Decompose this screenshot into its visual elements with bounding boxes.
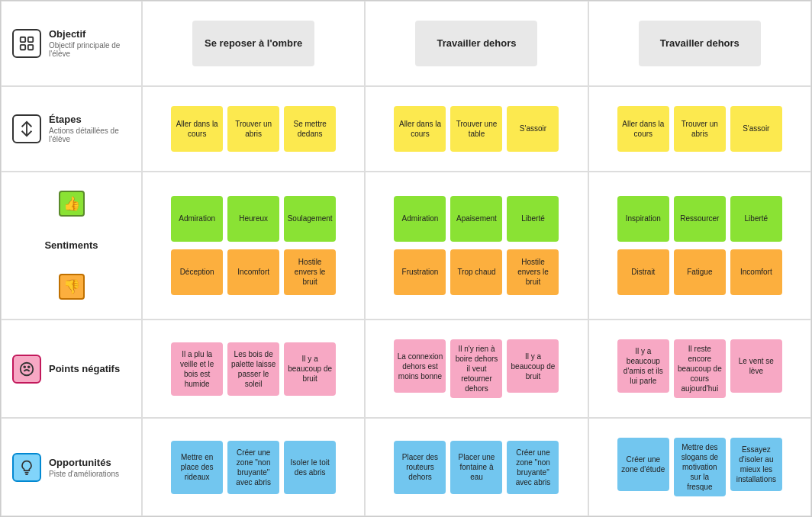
points-negatifs-col2-notes: La connexion dehors est moins bonne Il n…	[394, 339, 559, 398]
note: Ressourcer	[674, 196, 726, 242]
points-negatifs-col2: La connexion dehors est moins bonne Il n…	[365, 320, 588, 418]
objectif-col3-note: Travailler dehors	[639, 21, 761, 66]
objectif-header: Objectif Objectif principale de l'élève	[1, 1, 142, 86]
etapes-col3-notes: Aller dans la cours Trouver un abris S'a…	[617, 106, 782, 152]
objectif-icon	[12, 29, 41, 58]
sentiments-col2-negative: Frustration Trop chaud Hostile envers le…	[394, 249, 559, 295]
sentiments-label: Sentiments	[44, 239, 98, 251]
note: Distrait	[617, 249, 669, 295]
svg-rect-3	[28, 45, 33, 50]
sentiments-col1-negative: Déception Incomfort Hostile envers le br…	[171, 249, 336, 295]
svg-point-6	[24, 366, 25, 368]
opportunites-label: Opportunités Piste d'améliorations	[49, 457, 119, 478]
note: Admiration	[171, 196, 223, 242]
opportunites-col1-notes: Mettre en place des rideaux Créer une zo…	[171, 441, 336, 494]
sentiments-col1-positive: Admiration Heureux Soulagement	[171, 196, 336, 242]
note: Mettre des slogans de motivation sur la …	[674, 438, 726, 496]
etapes-col2: Aller dans la cours Trouver une table S'…	[365, 86, 588, 172]
sentiments-col3: Inspiration Ressourcer Liberté Distrait …	[588, 172, 811, 320]
opportunites-col3-notes: Créer une zone d'étude Mettre des slogan…	[617, 438, 782, 496]
note: Heureux	[227, 196, 279, 242]
note: S'assoir	[730, 106, 782, 152]
svg-rect-1	[28, 37, 33, 42]
note: Liberté	[730, 196, 782, 242]
objectif-label: Objectif Objectif principale de l'élève	[49, 28, 130, 58]
note: Placer des routeurs dehors	[394, 441, 446, 494]
etapes-icon	[12, 114, 41, 143]
note: Créer une zone "non bruyante" avec abris	[227, 441, 279, 494]
sentiments-col3-positive: Inspiration Ressourcer Liberté	[617, 196, 782, 242]
etapes-col1-notes: Aller dans la cours Trouver un abris Se …	[171, 106, 336, 152]
note: Les bois de palette laisse passer le sol…	[227, 342, 279, 396]
opportunites-col2-notes: Placer des routeurs dehors Placer une fo…	[394, 441, 559, 494]
opportunites-icon	[12, 453, 41, 482]
note: Incomfort	[227, 249, 279, 295]
note: Trouver un abris	[674, 106, 726, 152]
note: Aller dans la cours	[617, 106, 669, 152]
sentiment-positive-icon: 👍	[59, 191, 85, 217]
objectif-col2: Travailler dehors	[365, 1, 588, 86]
note: Il y a beaucoup d'amis et ils lui parle	[617, 339, 669, 393]
svg-point-7	[28, 366, 30, 368]
note: Il a plu la veille et le bois est humide	[171, 342, 223, 396]
sentiments-header: 👍 Sentiments 👎	[1, 172, 142, 320]
note: Soulagement	[284, 196, 336, 242]
points-negatifs-col3-notes: Il y a beaucoup d'amis et ils lui parle …	[617, 339, 782, 398]
note: Inspiration	[617, 196, 669, 242]
note: Essayez d'isoler au mieux les installati…	[730, 438, 782, 491]
etapes-col2-notes: Aller dans la cours Trouver une table S'…	[394, 106, 559, 152]
etapes-header: Étapes Actions détaillées de l'élève	[1, 86, 142, 172]
note: Trouver une table	[450, 106, 502, 152]
note: Frustration	[394, 249, 446, 295]
note: Fatigue	[674, 249, 726, 295]
note: Se mettre dedans	[284, 106, 336, 152]
note: Le vent se lève	[730, 339, 782, 393]
note: S'assoir	[507, 106, 559, 152]
note: Il reste encore beaucoup de cours aujour…	[674, 339, 726, 398]
note: Il y a beaucoup de bruit	[284, 342, 336, 396]
note: Apaisement	[450, 196, 502, 242]
opportunites-header: Opportunités Piste d'améliorations	[1, 418, 142, 516]
note: La connexion dehors est moins bonne	[394, 339, 446, 393]
main-grid: Objectif Objectif principale de l'élève …	[0, 0, 812, 517]
note: Il y a beaucoup de bruit	[507, 339, 559, 393]
etapes-label: Étapes Actions détaillées de l'élève	[49, 114, 130, 143]
note: Hostile envers le bruit	[507, 249, 559, 295]
sentiments-col2: Admiration Apaisement Liberté Frustratio…	[365, 172, 588, 320]
opportunites-col2: Placer des routeurs dehors Placer une fo…	[365, 418, 588, 516]
sentiment-negative-icon: 👎	[59, 274, 85, 300]
note: Liberté	[507, 196, 559, 242]
note: Il n'y rien à boire dehors il veut retou…	[450, 339, 502, 398]
note: Isoler le toit des abris	[284, 441, 336, 494]
note: Déception	[171, 249, 223, 295]
points-negatifs-header: Points négatifs	[1, 320, 142, 418]
opportunites-col3: Créer une zone d'étude Mettre des slogan…	[588, 418, 811, 516]
note: Aller dans la cours	[394, 106, 446, 152]
points-negatifs-label: Points négatifs	[49, 363, 120, 374]
svg-rect-2	[21, 45, 25, 50]
note: Trop chaud	[450, 249, 502, 295]
note: Mettre en place des rideaux	[171, 441, 223, 494]
etapes-col1: Aller dans la cours Trouver un abris Se …	[142, 86, 365, 172]
sentiments-col2-positive: Admiration Apaisement Liberté	[394, 196, 559, 242]
points-negatifs-icon	[12, 355, 41, 384]
points-negatifs-col3: Il y a beaucoup d'amis et ils lui parle …	[588, 320, 811, 418]
objectif-col3: Travailler dehors	[588, 1, 811, 86]
note: Trouver un abris	[227, 106, 279, 152]
svg-rect-0	[21, 37, 25, 42]
note: Créer une zone "non bruyante" avec abris	[507, 441, 559, 494]
note: Créer une zone d'étude	[617, 438, 669, 491]
note: Aller dans la cours	[171, 106, 223, 152]
etapes-col3: Aller dans la cours Trouver un abris S'a…	[588, 86, 811, 172]
note: Incomfort	[730, 249, 782, 295]
points-negatifs-col1-notes: Il a plu la veille et le bois est humide…	[171, 342, 336, 396]
points-negatifs-col1: Il a plu la veille et le bois est humide…	[142, 320, 365, 418]
sentiments-col3-negative: Distrait Fatigue Incomfort	[617, 249, 782, 295]
objectif-col1: Se reposer à l'ombre	[142, 1, 365, 86]
note: Hostile envers le bruit	[284, 249, 336, 295]
opportunites-col1: Mettre en place des rideaux Créer une zo…	[142, 418, 365, 516]
objectif-col2-note: Travailler dehors	[415, 21, 537, 66]
note: Admiration	[394, 196, 446, 242]
sentiments-col1: Admiration Heureux Soulagement Déception…	[142, 172, 365, 320]
note: Placer une fontaine à eau	[450, 441, 502, 494]
